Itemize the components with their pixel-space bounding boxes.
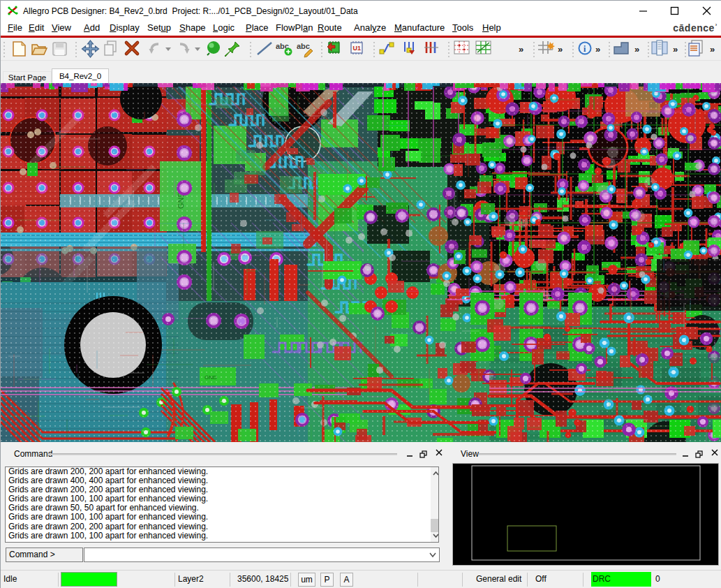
svg-text:»: » — [634, 44, 639, 54]
svg-text:»: » — [710, 44, 715, 54]
svg-text:»: » — [558, 44, 563, 54]
svg-text:»: » — [595, 44, 600, 54]
svg-text:»: » — [519, 44, 523, 54]
svg-text:abc: abc — [297, 42, 310, 50]
svg-text:»: » — [673, 44, 678, 54]
svg-text:U1: U1 — [353, 45, 362, 52]
